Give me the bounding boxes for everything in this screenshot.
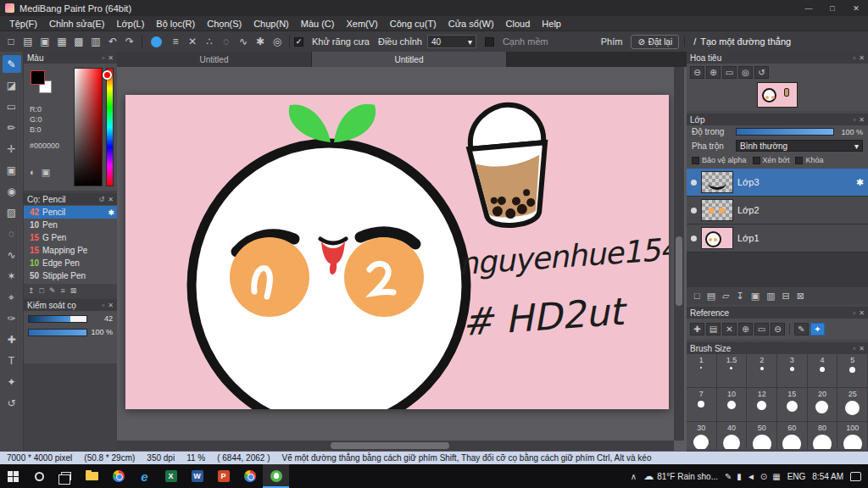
layer-row[interactable]: Lớp3✱ (687, 169, 868, 197)
brush-item[interactable]: 10Edge Pen (24, 257, 117, 269)
open-icon[interactable]: ▤ (20, 34, 36, 49)
grid-icon[interactable]: ▦ (54, 34, 70, 49)
save-icon[interactable]: ▣ (37, 34, 53, 49)
edge-icon[interactable]: e (131, 464, 158, 488)
document-tab-1[interactable]: Untitled (312, 52, 507, 67)
task-view-button[interactable] (53, 464, 79, 488)
brush-item[interactable]: 15G Pen (24, 231, 117, 244)
blend-mode-dropdown[interactable]: Bình thường ▾ (736, 140, 863, 152)
brush-size-cell[interactable]: 2 (747, 354, 777, 388)
brush-size-cell[interactable]: 10 (717, 388, 748, 422)
excel-icon[interactable]: X (158, 464, 184, 488)
horizontal-scrollbar[interactable] (117, 441, 674, 451)
undo-icon[interactable]: ↶ (105, 34, 120, 49)
horizontal-scrollbar-thumb[interactable] (331, 442, 449, 449)
undock-icon[interactable]: ▫ (853, 309, 855, 317)
layer-merge-icon[interactable]: ⊟ (782, 291, 790, 302)
menu-item-3[interactable]: Bộ lọc(R) (150, 19, 201, 29)
vertical-scrollbar-thumb[interactable] (676, 236, 682, 306)
volume-icon[interactable]: ◄ (747, 472, 755, 481)
menu-item-2[interactable]: Lớp(L) (110, 19, 150, 29)
pen-tool[interactable]: ✎ (3, 55, 21, 73)
rect-tool[interactable]: ▭ (3, 97, 21, 115)
lasso-tool[interactable]: ∿ (3, 246, 21, 263)
brush-item[interactable]: 10Pen (24, 219, 117, 231)
brush-size-cell[interactable]: 100 (837, 422, 868, 449)
brush-size-cell[interactable]: 30 (687, 422, 717, 449)
bucket-tool[interactable]: ◉ (3, 182, 21, 200)
active-brush-color-icon[interactable] (151, 36, 162, 47)
select-tool[interactable]: ◌ (3, 225, 21, 242)
brush-size-cell[interactable]: 40 (717, 422, 748, 449)
keyboard-icon[interactable]: ▦ (772, 472, 780, 481)
close-icon[interactable]: ✕ (108, 196, 114, 203)
close-button[interactable]: ✕ (844, 0, 868, 16)
eraser-tool[interactable]: ◪ (3, 76, 21, 94)
brush-size-cell[interactable]: 80 (808, 422, 838, 449)
move-tool[interactable]: ✛ (3, 140, 21, 158)
rotate-view-tool[interactable]: ↺ (3, 394, 21, 412)
layer-add-folder-icon[interactable]: ▤ (707, 291, 715, 302)
line-tool-status[interactable]: / Tạo một đường thẳng (684, 36, 799, 47)
eyedropper-tool[interactable]: ✚ (3, 330, 21, 348)
canvas[interactable]: nguyenhue154 # HD2ut (125, 95, 669, 409)
menu-item-7[interactable]: Xem(V) (340, 19, 383, 29)
pencil-tool[interactable]: ✏ (3, 119, 21, 136)
brush-size-cell[interactable]: 1.5 (717, 354, 748, 388)
word-icon[interactable]: W (184, 464, 210, 488)
menu-item-6[interactable]: Màu (C) (295, 19, 341, 29)
zoom-in-icon[interactable]: ⊕ (706, 66, 721, 79)
undock-icon[interactable]: ▫ (102, 302, 104, 309)
brush-sort-icon[interactable]: ↥ (28, 286, 35, 295)
language-indicator[interactable]: ENG (787, 472, 806, 481)
ref-hand-icon[interactable]: ✦ (810, 323, 825, 336)
start-button[interactable] (0, 464, 26, 488)
brush-size-cell[interactable]: 7 (687, 388, 717, 422)
brush-size-cell[interactable]: 20 (808, 388, 838, 422)
medibang-taskbar-icon[interactable] (263, 464, 289, 488)
new-canvas-icon[interactable]: □ (3, 34, 19, 49)
layer-add-icon[interactable]: □ (694, 291, 700, 301)
layer-visibility-dot[interactable] (691, 180, 697, 186)
maximize-button[interactable]: □ (821, 0, 844, 16)
pixel-grid-icon[interactable]: ▥ (88, 34, 103, 49)
undock-icon[interactable]: ▫ (853, 116, 855, 124)
redo-icon[interactable]: ↷ (122, 34, 137, 49)
hue-marker[interactable] (103, 70, 112, 80)
chrome-icon[interactable] (105, 464, 131, 488)
battery-icon[interactable]: ▮ (737, 472, 742, 481)
menu-item-9[interactable]: Cửa sổ(W) (442, 19, 500, 29)
layer-settings-icon[interactable]: ✱ (856, 177, 864, 188)
navigator-thumbnail[interactable] (757, 82, 798, 108)
brush-menu-icon[interactable]: ≡ (61, 286, 65, 295)
brush-size-cell[interactable]: 5 (837, 354, 868, 388)
menu-item-11[interactable]: Help (536, 19, 567, 29)
close-icon[interactable]: ✕ (108, 302, 114, 309)
gradient-tool[interactable]: ▨ (3, 203, 21, 221)
rotate-reset-icon[interactable]: ↺ (754, 66, 769, 79)
hue-bar[interactable] (106, 68, 114, 186)
undock-icon[interactable]: ▫ (853, 345, 855, 352)
vertical-scrollbar[interactable] (674, 67, 684, 441)
divide-tool[interactable]: ⌖ (3, 288, 21, 306)
snap-curve-icon[interactable]: ∿ (236, 34, 251, 49)
layer-copy-icon[interactable]: ▥ (766, 291, 775, 302)
layer-duplicate-icon[interactable]: ▱ (722, 291, 729, 302)
brush-item[interactable]: 42Pencil✱ (24, 206, 117, 219)
search-button[interactable] (26, 464, 53, 488)
menu-item-8[interactable]: Công cụ(T) (384, 19, 442, 29)
menu-item-5[interactable]: Chụp(N) (248, 19, 295, 29)
layer-option-checkbox-2[interactable]: Khóa (795, 156, 823, 164)
file-explorer-icon[interactable] (79, 464, 105, 488)
layer-visibility-dot[interactable] (691, 236, 697, 241)
refresh-icon[interactable]: ↺ (99, 196, 105, 203)
fill-rect-tool[interactable]: ▣ (3, 161, 21, 179)
brush-item[interactable]: 50Stipple Pen (24, 269, 117, 282)
layer-visibility-dot[interactable] (691, 208, 697, 214)
pen-tray-icon[interactable]: ✎ (725, 472, 732, 481)
close-icon[interactable]: ✕ (859, 345, 865, 352)
snap-cross-icon[interactable]: ✕ (185, 34, 200, 49)
foreground-color-swatch[interactable] (31, 70, 45, 85)
close-icon[interactable]: ✕ (859, 54, 865, 62)
layer-row[interactable]: Lớp1 (687, 225, 868, 252)
